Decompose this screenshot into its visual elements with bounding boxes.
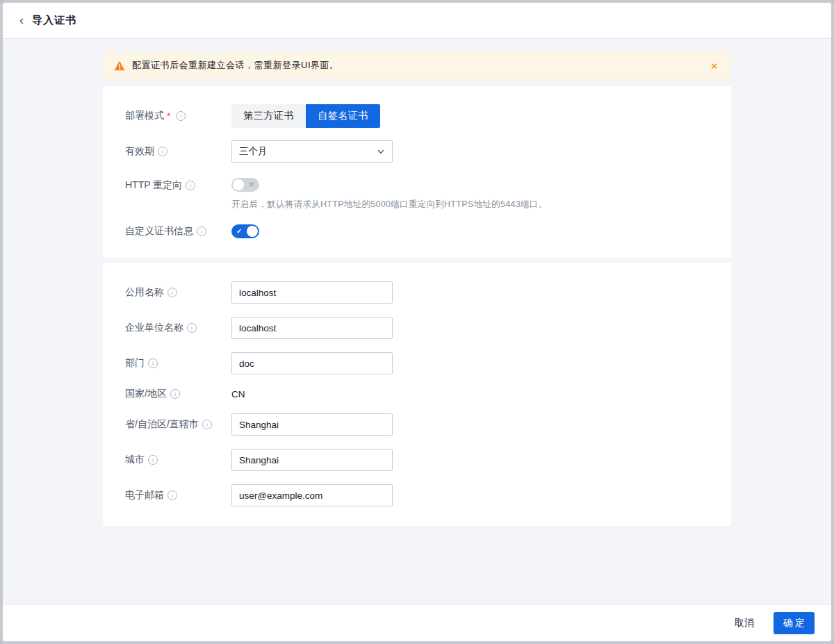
custom-cert-info-label: 自定义证书信息 bbox=[125, 225, 193, 238]
tab-self-signed-cert[interactable]: 自签名证书 bbox=[306, 104, 380, 128]
info-icon[interactable] bbox=[167, 288, 177, 297]
http-redirect-label: HTTP 重定向 bbox=[125, 179, 182, 192]
info-icon[interactable] bbox=[197, 226, 206, 236]
info-icon[interactable] bbox=[176, 111, 186, 121]
email-row: 电子邮箱 bbox=[125, 484, 709, 506]
city-input[interactable] bbox=[231, 449, 393, 471]
department-label: 部门 bbox=[125, 357, 145, 370]
info-icon[interactable] bbox=[148, 455, 158, 465]
required-asterisk: * bbox=[167, 110, 170, 122]
custom-cert-info-label-group: 自定义证书信息 bbox=[125, 225, 231, 238]
department-input[interactable] bbox=[231, 352, 393, 374]
info-icon[interactable] bbox=[170, 389, 180, 399]
http-redirect-control: ✕ 开启后，默认将请求从HTTP地址的5000端口重定向到HTTPS地址的544… bbox=[231, 178, 547, 210]
page-header: ‹ 导入证书 bbox=[3, 3, 831, 39]
province-input[interactable] bbox=[231, 413, 393, 436]
common-name-row: 公用名称 bbox=[125, 281, 709, 304]
back-chevron-icon: ‹ bbox=[19, 13, 24, 27]
deploy-mode-label-group: 部署模式 * bbox=[125, 110, 231, 122]
cancel-button[interactable]: 取消 bbox=[733, 613, 755, 634]
toggle-off-x-icon: ✕ bbox=[249, 181, 254, 188]
http-redirect-label-group: HTTP 重定向 bbox=[125, 178, 231, 192]
confirm-button[interactable]: 确定 bbox=[774, 612, 815, 634]
common-name-label: 公用名称 bbox=[125, 286, 164, 299]
close-icon: × bbox=[711, 60, 717, 72]
warning-banner: 配置证书后会重新建立会话，需重新登录UI界面。 × bbox=[103, 51, 731, 79]
deployment-settings-card: 部署模式 * 第三方证书 自签名证书 有效期 bbox=[103, 86, 731, 258]
http-redirect-row: HTTP 重定向 ✕ 开启后，默认将请求从HTTP地址的5000端口重定向到HT… bbox=[125, 178, 709, 210]
email-input[interactable] bbox=[231, 484, 393, 506]
deploy-mode-label: 部署模式 bbox=[125, 110, 164, 122]
toggle-on-check-icon: ✓ bbox=[236, 228, 242, 235]
custom-cert-info-row: 自定义证书信息 ✓ bbox=[125, 224, 709, 238]
info-icon[interactable] bbox=[148, 358, 158, 368]
tab-third-party-cert[interactable]: 第三方证书 bbox=[231, 104, 306, 128]
validity-label: 有效期 bbox=[125, 145, 154, 158]
organization-input[interactable] bbox=[231, 317, 393, 339]
banner-close-button[interactable]: × bbox=[708, 59, 720, 72]
info-icon[interactable] bbox=[167, 490, 177, 500]
custom-cert-info-toggle[interactable]: ✓ bbox=[231, 224, 259, 238]
validity-label-group: 有效期 bbox=[125, 145, 231, 158]
city-row: 城市 bbox=[125, 449, 709, 471]
deploy-mode-row: 部署模式 * 第三方证书 自签名证书 bbox=[125, 104, 709, 128]
certificate-fields-card: 公用名称 企业单位名称 部门 bbox=[103, 263, 731, 526]
info-icon[interactable] bbox=[187, 323, 197, 333]
toggle-knob bbox=[233, 179, 244, 190]
import-certificate-page: ‹ 导入证书 配置证书后会重新建立会话，需重新登录UI界面。 × bbox=[0, 0, 834, 644]
country-region-label: 国家/地区 bbox=[125, 388, 167, 400]
validity-selected-value: 三个月 bbox=[239, 145, 268, 158]
email-label: 电子邮箱 bbox=[125, 489, 164, 502]
province-label: 省/自治区/直辖市 bbox=[125, 418, 199, 431]
country-region-row: 国家/地区 CN bbox=[125, 388, 709, 400]
country-region-value: CN bbox=[231, 389, 245, 399]
http-redirect-help-text: 开启后，默认将请求从HTTP地址的5000端口重定向到HTTPS地址的5443端… bbox=[231, 199, 547, 210]
info-icon[interactable] bbox=[202, 420, 212, 429]
city-label: 城市 bbox=[125, 454, 145, 466]
page-body: 配置证书后会重新建立会话，需重新登录UI界面。 × 部署模式 * 第三方证书 bbox=[3, 39, 831, 604]
organization-row: 企业单位名称 bbox=[125, 317, 709, 339]
warning-triangle-icon bbox=[114, 60, 125, 71]
info-icon[interactable] bbox=[186, 181, 195, 190]
organization-label: 企业单位名称 bbox=[125, 322, 183, 334]
back-button[interactable]: ‹ bbox=[19, 13, 26, 28]
chevron-down-icon bbox=[377, 147, 385, 156]
validity-row: 有效期 三个月 bbox=[125, 140, 709, 163]
province-row: 省/自治区/直辖市 bbox=[125, 413, 709, 436]
page-title: 导入证书 bbox=[32, 14, 76, 27]
warning-banner-text: 配置证书后会重新建立会话，需重新登录UI界面。 bbox=[132, 59, 708, 72]
toggle-knob bbox=[247, 226, 258, 237]
department-row: 部门 bbox=[125, 352, 709, 374]
page-footer: 取消 确定 bbox=[3, 604, 831, 641]
validity-select[interactable]: 三个月 bbox=[231, 140, 393, 163]
deploy-mode-segmented-control: 第三方证书 自签名证书 bbox=[231, 104, 380, 128]
common-name-input[interactable] bbox=[231, 281, 393, 304]
http-redirect-toggle[interactable]: ✕ bbox=[231, 178, 259, 192]
info-icon[interactable] bbox=[158, 147, 167, 156]
